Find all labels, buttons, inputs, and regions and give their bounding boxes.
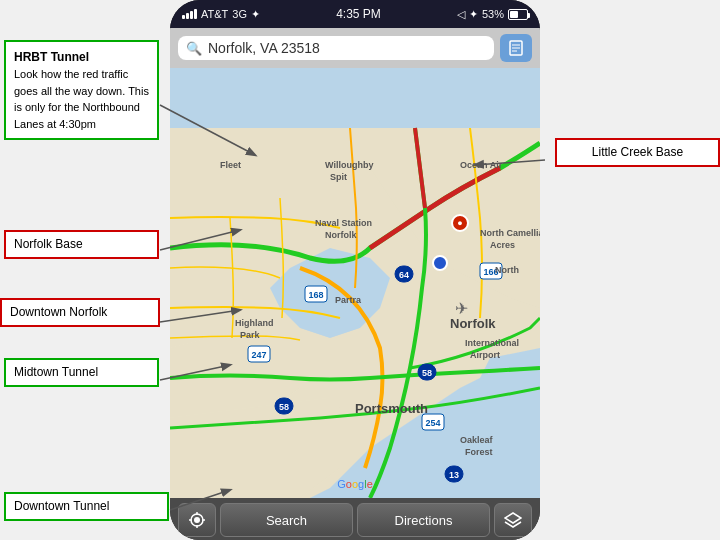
signal-bars: [182, 9, 197, 19]
svg-text:Portsmouth: Portsmouth: [355, 401, 428, 416]
svg-text:58: 58: [422, 368, 432, 378]
svg-text:Norfolk: Norfolk: [325, 230, 357, 240]
search-bar: 🔍 Norfolk, VA 23518: [170, 28, 540, 68]
svg-text:Fleet: Fleet: [220, 160, 241, 170]
svg-text:Highland: Highland: [235, 318, 274, 328]
svg-text:International: International: [465, 338, 519, 348]
network-label: 3G: [232, 8, 247, 20]
svg-point-47: [433, 256, 447, 270]
svg-text:Partra: Partra: [335, 295, 362, 305]
search-button[interactable]: Search: [220, 503, 353, 537]
svg-text:Airport: Airport: [470, 350, 500, 360]
svg-text:Acres: Acres: [490, 240, 515, 250]
svg-text:247: 247: [251, 350, 266, 360]
svg-text:Spit: Spit: [330, 172, 347, 182]
search-query: Norfolk, VA 23518: [208, 40, 486, 56]
downtown-tunnel-label: Downtown Tunnel: [14, 499, 109, 513]
svg-text:58: 58: [279, 402, 289, 412]
svg-text:●: ●: [457, 218, 462, 228]
search-icon: 🔍: [186, 41, 202, 56]
svg-text:Naval Station: Naval Station: [315, 218, 372, 228]
status-bar: AT&T 3G ✦ 4:35 PM ◁ ✦ 53%: [170, 0, 540, 28]
svg-text:168: 168: [308, 290, 323, 300]
svg-marker-54: [505, 513, 521, 523]
svg-text:64: 64: [399, 270, 409, 280]
status-left: AT&T 3G ✦: [182, 8, 260, 21]
little-creek-label: Little Creek Base: [592, 145, 683, 159]
location-icon: ◁: [457, 8, 465, 21]
svg-text:Oakleaf: Oakleaf: [460, 435, 494, 445]
downtown-norfolk-label: Downtown Norfolk: [10, 305, 107, 319]
bluetooth-icon: ✦: [469, 8, 478, 21]
svg-text:North: North: [495, 265, 519, 275]
google-logo: Google: [337, 478, 373, 490]
svg-text:Norfolk: Norfolk: [450, 316, 496, 331]
layers-button[interactable]: [494, 503, 532, 537]
bookmarks-button[interactable]: [500, 34, 532, 62]
time-label: 4:35 PM: [336, 7, 381, 21]
hrbt-body: Look how the red traffic goes all the wa…: [14, 66, 149, 132]
status-right: ◁ ✦ 53%: [457, 8, 528, 21]
svg-text:North Camellia: North Camellia: [480, 228, 540, 238]
svg-text:Willoughby: Willoughby: [325, 160, 373, 170]
svg-text:Ocean Air: Ocean Air: [460, 160, 503, 170]
svg-point-48: [194, 517, 200, 523]
downtown-tunnel-annotation: Downtown Tunnel: [4, 492, 169, 521]
search-input-wrapper[interactable]: 🔍 Norfolk, VA 23518: [178, 36, 494, 60]
norfolk-base-label: Norfolk Base: [14, 237, 83, 251]
directions-button[interactable]: Directions: [357, 503, 490, 537]
svg-text:13: 13: [449, 470, 459, 480]
midtown-tunnel-annotation: Midtown Tunnel: [4, 358, 159, 387]
battery-icon: [508, 9, 528, 20]
svg-text:Forest: Forest: [465, 447, 493, 457]
bottom-toolbar: Search Directions: [170, 498, 540, 540]
map-area[interactable]: 168 247 58 58 64 166 254: [170, 68, 540, 498]
downtown-norfolk-annotation: Downtown Norfolk: [0, 298, 160, 327]
svg-text:✈: ✈: [455, 300, 468, 317]
carrier-label: AT&T: [201, 8, 228, 20]
signal-icon: ✦: [251, 8, 260, 21]
battery-label: 53%: [482, 8, 504, 20]
little-creek-annotation: Little Creek Base: [555, 138, 720, 167]
hrbt-annotation: HRBT Tunnel Look how the red traffic goe…: [4, 40, 159, 140]
hrbt-title: HRBT Tunnel: [14, 48, 149, 66]
svg-text:Park: Park: [240, 330, 261, 340]
midtown-tunnel-label: Midtown Tunnel: [14, 365, 98, 379]
svg-text:254: 254: [425, 418, 440, 428]
norfolk-base-annotation: Norfolk Base: [4, 230, 159, 259]
phone-frame: AT&T 3G ✦ 4:35 PM ◁ ✦ 53% 🔍 Norfolk, VA …: [170, 0, 540, 540]
locate-button[interactable]: [178, 503, 216, 537]
